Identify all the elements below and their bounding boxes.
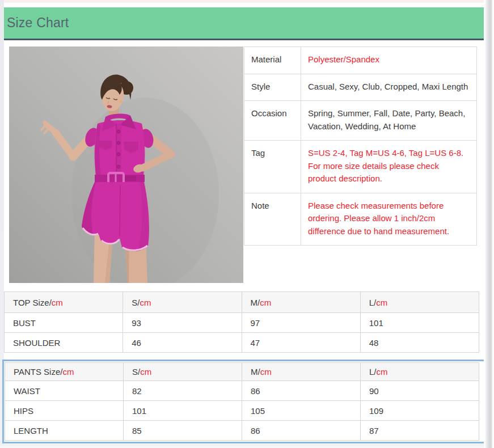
header-text: PANTS Size/ <box>14 367 62 377</box>
size-value: 87 <box>361 421 479 441</box>
pants-table-highlight-box: PANTS Size/cm S/cm M/cm L/cm WAIST 82 86… <box>2 360 486 443</box>
model-photo-illustration <box>9 47 243 283</box>
header-text: M/ <box>251 367 260 377</box>
measure-label: SHOULDER <box>5 333 123 353</box>
table-row: Tag S=US 2-4, Tag M=US 4-6, Tag L=US 6-8… <box>244 141 477 193</box>
measure-label: LENGTH <box>5 421 124 441</box>
header-unit: cm <box>376 298 387 307</box>
pants-size-table: PANTS Size/cm S/cm M/cm L/cm WAIST 82 86… <box>5 362 479 441</box>
detail-value: Casual, Sexy, Club, Cropped, Maxi Length <box>301 74 477 101</box>
column-header: TOP Size/cm <box>5 292 123 313</box>
page-bottom-fade <box>0 444 485 448</box>
table-header-row: PANTS Size/cm S/cm M/cm L/cm <box>5 363 479 381</box>
size-value: 86 <box>242 421 361 441</box>
header-unit: cm <box>62 367 74 377</box>
size-value: 93 <box>123 313 242 333</box>
page-top-strip <box>4 0 484 3</box>
header-unit: cm <box>52 298 63 307</box>
header-unit: cm <box>140 298 151 307</box>
size-value: 105 <box>242 401 361 421</box>
detail-label: Material <box>244 47 301 74</box>
column-header: S/cm <box>123 292 242 313</box>
size-value: 82 <box>124 381 242 401</box>
column-header: M/cm <box>242 363 361 381</box>
detail-label: Tag <box>244 141 301 193</box>
size-value: 90 <box>361 381 479 401</box>
detail-value: S=US 2-4, Tag M=US 4-6, Tag L=US 6-8. Fo… <box>301 141 477 193</box>
size-value: 97 <box>242 313 360 333</box>
measure-label: HIPS <box>5 401 124 421</box>
measure-label: BUST <box>5 313 123 333</box>
vertical-scrollbar[interactable] <box>485 0 492 448</box>
size-value: 101 <box>124 401 242 421</box>
header-text: L/ <box>369 298 377 307</box>
top-size-table: TOP Size/cm S/cm M/cm L/cm BUST 93 97 10… <box>4 291 479 353</box>
table-row: HIPS 101 105 109 <box>5 401 479 421</box>
size-value: 46 <box>123 333 242 353</box>
header-unit: cm <box>377 367 388 377</box>
table-row: BUST 93 97 101 <box>5 313 479 333</box>
product-details-table: Material Polyester/Spandex Style Casual,… <box>244 47 477 246</box>
table-row: WAIST 82 86 90 <box>5 381 479 401</box>
size-value: 86 <box>242 381 361 401</box>
header-text: S/ <box>132 367 140 377</box>
header-unit: cm <box>140 367 151 377</box>
column-header: PANTS Size/cm <box>5 363 124 381</box>
column-header: S/cm <box>124 363 242 381</box>
size-chart-header: Size Chart <box>4 7 484 40</box>
header-unit: cm <box>260 367 272 377</box>
header-text: L/ <box>369 367 377 377</box>
header-unit: cm <box>260 298 271 307</box>
detail-value: Spring, Summer, Fall, Date, Party, Beach… <box>301 101 477 141</box>
column-header: L/cm <box>361 363 479 381</box>
product-photo <box>9 47 243 283</box>
page-title: Size Chart <box>4 15 69 31</box>
table-row: Material Polyester/Spandex <box>244 47 477 74</box>
detail-value: Please check measurements before orderin… <box>301 193 477 246</box>
column-header: M/cm <box>242 292 360 313</box>
detail-value: Polyester/Spandex <box>301 47 477 74</box>
detail-label: Style <box>244 74 301 101</box>
detail-label: Note <box>244 193 301 246</box>
size-value: 109 <box>361 401 479 421</box>
table-row: Occasion Spring, Summer, Fall, Date, Par… <box>244 101 477 141</box>
size-value: 85 <box>124 421 242 441</box>
table-header-row: TOP Size/cm S/cm M/cm L/cm <box>5 292 479 313</box>
table-row: SHOULDER 46 47 48 <box>5 333 479 353</box>
detail-label: Occasion <box>244 101 301 141</box>
column-header: L/cm <box>360 292 479 313</box>
size-value: 48 <box>360 333 479 353</box>
measure-label: WAIST <box>5 381 124 401</box>
header-text: M/ <box>251 298 260 307</box>
size-value: 47 <box>242 333 360 353</box>
table-row: Style Casual, Sexy, Club, Cropped, Maxi … <box>244 74 477 101</box>
table-row: Note Please check measurements before or… <box>244 193 477 246</box>
header-text: S/ <box>132 298 140 307</box>
size-value: 101 <box>360 313 479 333</box>
header-text: TOP Size/ <box>13 298 52 307</box>
table-row: LENGTH 85 86 87 <box>5 421 479 441</box>
